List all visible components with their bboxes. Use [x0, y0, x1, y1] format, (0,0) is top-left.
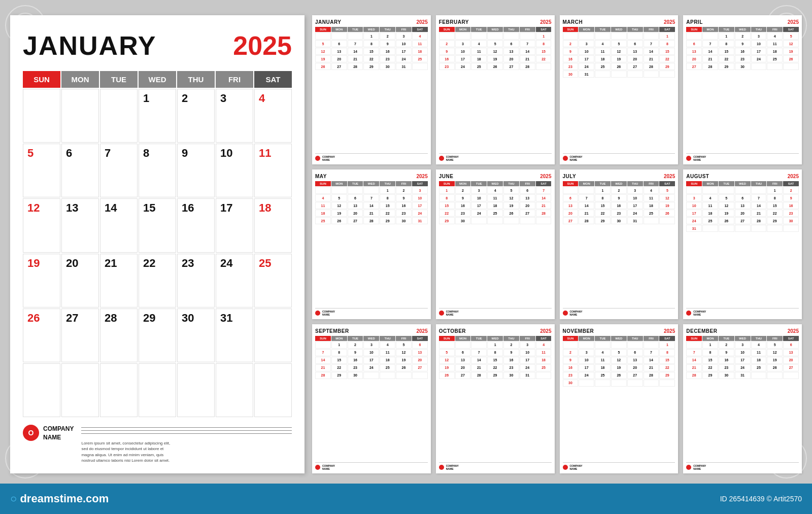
- small-cal-may: MAY2025SUNMONTUEWEDTHUFRISAT123456789101…: [312, 169, 431, 319]
- small-day-cell: 13: [520, 194, 535, 201]
- large-year: 2025: [233, 30, 292, 61]
- small-day-cell: 18: [487, 202, 503, 209]
- small-day-cell: [735, 225, 751, 232]
- small-week-0-2: 1: [563, 32, 675, 40]
- small-week-1-0: 567891011: [315, 40, 428, 47]
- small-day-cell: 19: [331, 210, 347, 217]
- small-dh-MON-8: MON: [331, 336, 347, 341]
- small-cal-footer-0: COMPANY NAME: [315, 153, 428, 161]
- small-day-cell: 19: [611, 364, 627, 371]
- small-day-cell: 8: [536, 40, 552, 47]
- small-day-cell: 2: [503, 341, 519, 349]
- small-day-cell: 26: [659, 210, 675, 217]
- small-day-cell: 30: [563, 71, 579, 78]
- small-day-cell: 24: [363, 364, 379, 371]
- day-header-thu: THU: [177, 71, 215, 88]
- small-day-cell: 9: [348, 349, 363, 356]
- small-day-cell: [751, 372, 767, 379]
- small-dh-SAT-1: SAT: [536, 27, 552, 32]
- small-day-cell: [644, 71, 659, 78]
- small-day-cell: 17: [471, 202, 487, 209]
- small-day-cell: 22: [439, 210, 455, 217]
- small-day-cell: 8: [439, 194, 455, 201]
- small-day-cell: 13: [455, 357, 471, 364]
- small-week-4-2: 23242526272829: [563, 63, 675, 70]
- small-dh-WED-8: WED: [363, 336, 379, 341]
- large-day-cell: 19: [23, 254, 60, 307]
- small-day-cell: 10: [579, 48, 594, 55]
- small-dh-TUE-1: TUE: [471, 27, 487, 32]
- small-day-cell: 22: [380, 210, 395, 217]
- small-day-cell: 3: [396, 32, 412, 40]
- small-day-cell: 7: [702, 40, 718, 47]
- small-day-cell: 3: [579, 349, 594, 356]
- small-week-3-5: 22232425262728: [439, 210, 552, 217]
- dreamstime-bar: ○ dreamstime.com ID 265414639 © Artit257…: [0, 484, 812, 514]
- small-day-cell: 10: [735, 349, 751, 356]
- small-day-cell: 10: [520, 349, 535, 356]
- small-day-cell: 29: [659, 372, 675, 379]
- small-day-cell: 8: [659, 40, 675, 47]
- small-day-cell: 30: [503, 372, 519, 379]
- small-day-cell: 20: [412, 357, 428, 364]
- small-day-cell: 9: [783, 194, 799, 201]
- small-day-cell: 19: [659, 202, 675, 209]
- small-day-cell: [783, 63, 799, 70]
- small-day-cell: 20: [735, 210, 751, 217]
- small-month-3: APRIL: [686, 19, 703, 25]
- small-week-1-11: 78910111213: [686, 349, 799, 356]
- small-company-text-2: COMPANY NAME: [570, 155, 583, 161]
- small-day-cell: [439, 341, 455, 349]
- small-cal-october: OCTOBER2025SUNMONTUEWEDTHUFRISAT12345678…: [436, 324, 555, 473]
- small-day-cell: [627, 341, 643, 349]
- small-dh-THU-1: THU: [503, 27, 519, 32]
- small-day-cell: 9: [380, 40, 395, 47]
- small-day-cell: 14: [644, 357, 659, 364]
- small-day-cell: 30: [455, 217, 471, 224]
- small-day-cell: 14: [702, 48, 718, 55]
- small-day-cell: 24: [396, 55, 412, 62]
- large-day-cell: 16: [177, 198, 215, 252]
- small-day-cell: [659, 71, 675, 78]
- small-day-cell: [627, 380, 643, 387]
- small-day-cell: 13: [783, 349, 799, 356]
- small-day-cell: 21: [702, 55, 718, 62]
- large-day-cell: 6: [61, 144, 99, 197]
- small-logo-5: [439, 311, 444, 316]
- small-dh-MON-4: MON: [331, 181, 347, 186]
- small-day-cell: 8: [702, 349, 718, 356]
- large-week-0: 1234: [23, 89, 292, 143]
- small-day-cell: 1: [363, 32, 379, 40]
- large-week-3: 19202122232425: [23, 254, 292, 307]
- small-day-cell: 11: [471, 48, 487, 55]
- small-dh-SAT-9: SAT: [536, 336, 552, 341]
- small-week-2-10: 9101112131415: [563, 357, 675, 364]
- small-day-cell: 6: [520, 187, 535, 194]
- small-dh-MON-3: MON: [702, 27, 718, 32]
- small-day-cell: 26: [487, 63, 503, 70]
- small-logo-2: [563, 156, 568, 161]
- small-day-cell: [331, 32, 347, 40]
- small-year-4: 2025: [417, 174, 428, 179]
- small-day-cell: 22: [487, 364, 503, 371]
- small-day-cell: 30: [611, 217, 627, 224]
- small-week-2-6: 13141516171819: [563, 202, 675, 209]
- small-dh-TUE-9: TUE: [471, 336, 487, 341]
- small-company-text-6: COMPANY NAME: [570, 310, 583, 316]
- small-dh-SAT-6: SAT: [659, 181, 675, 186]
- large-day-headers: SUN MON TUE WED THU FRI SAT: [23, 71, 292, 88]
- small-day-cell: 24: [579, 372, 594, 379]
- small-day-cell: 3: [412, 187, 428, 194]
- small-dh-FRI-1: FRI: [520, 27, 535, 32]
- small-day-cell: 29: [363, 63, 379, 70]
- small-day-cell: 29: [331, 372, 347, 379]
- small-day-cell: 17: [751, 48, 767, 55]
- small-day-cell: 1: [767, 187, 783, 194]
- small-day-cell: 10: [751, 40, 767, 47]
- small-dh-MON-1: MON: [455, 27, 471, 32]
- small-day-headers-10: SUNMONTUEWEDTHUFRISAT: [563, 336, 675, 341]
- small-day-cell: 26: [767, 364, 783, 371]
- small-day-cell: 26: [315, 63, 331, 70]
- small-year-8: 2025: [417, 328, 428, 334]
- small-day-cell: [471, 217, 487, 224]
